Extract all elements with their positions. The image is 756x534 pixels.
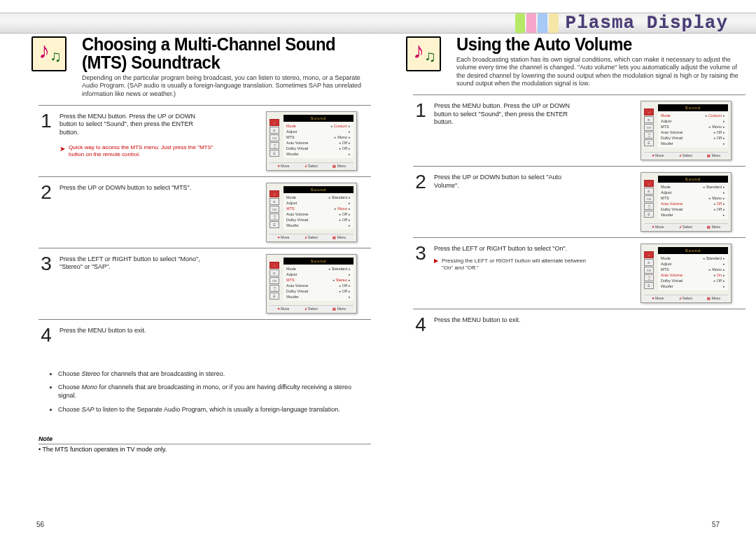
step-number: 4 [413,315,428,335]
step-row: 2 Press the UP or DOWN button to select … [38,176,371,248]
list-item: Choose Mono for channels that are broadc… [58,384,371,400]
bullet-icon: ▶ [434,258,438,265]
step-text: Press the MENU button to exit. [59,325,214,335]
step-number: 2 [38,183,54,202]
step-text: Press the MENU button. Press the UP or D… [434,101,588,127]
step-text: Press the UP or DOWN button to select "A… [434,172,588,190]
list-item: Choose SAP to listen to the Separate Aud… [58,406,371,414]
step-number: 3 [413,244,428,263]
osd-screenshot: ♪⚙CH⌚☰SoundMode◂Custom▸Adjust▸MTS◂Mono▸A… [640,101,732,160]
right-intro: Each broadcasting station has its own si… [456,56,743,87]
step-text: Press the LEFT or RIGHT button to select… [59,254,214,272]
brand-tiles [515,13,559,33]
step-row: 1 Press the MENU button. Press the UP or… [38,105,371,176]
osd-screenshot: ♪⚙CH⌚☰SoundMode◂Custom▸Adjust▸MTS◂Mono▸A… [266,111,357,171]
step-number: 4 [38,325,54,345]
step-number: 3 [38,254,54,274]
page-number-left: 56 [36,521,44,528]
page-left: ♪♫ Choosing a Multi-Channel Sound (MTS) … [31,35,378,511]
arrow-icon: ➤ [59,144,65,153]
step-row: 4 Press the MENU button to exit. [38,319,371,351]
right-title: Using the Auto Volume [456,35,722,53]
osd-screenshot: ♪⚙CH⌚☰SoundMode◂Standard▸Adjust▸MTS◂Mono… [640,172,732,232]
music-icon: ♪♫ [406,36,441,71]
step-number: 1 [38,111,54,131]
step-row: 1 Press the MENU button. Press the UP or… [413,94,746,166]
music-icon: ♪♫ [31,36,66,71]
left-intro: Depending on the particular program bein… [82,74,369,98]
sub-bullet: ▶ Pressing the LEFT or RIGHT button will… [434,258,588,272]
page-number-right: 57 [712,521,720,528]
note-block: Note • The MTS function operates in TV m… [38,435,371,453]
step-row: 3 Press the LEFT or RIGHT button to sele… [38,248,371,319]
list-item: Choose Stereo for channels that are broa… [58,370,371,379]
note-text: • The MTS function operates in TV mode o… [38,446,371,453]
quick-tip: ➤ Quick way to access the MTS menu: Just… [59,144,214,159]
left-steps: 1 Press the MENU button. Press the UP or… [38,105,371,351]
choices-list: Choose Stereo for channels that are broa… [38,370,371,414]
osd-screenshot: ♪⚙CH⌚☰SoundMode◂Standard▸Adjust▸MTS◂Mono… [266,183,357,242]
right-steps: 1 Press the MENU button. Press the UP or… [413,94,746,340]
step-number: 1 [413,101,428,120]
step-row: 2 Press the UP or DOWN button to select … [413,166,746,237]
osd-screenshot: ♪⚙CH⌚☰SoundMode◂Standard▸Adjust▸MTS◂Ster… [266,254,357,314]
left-title: Choosing a Multi-Channel Sound (MTS) Sou… [82,35,348,71]
step-text: Press the MENU button. Press the UP or D… [59,111,214,159]
step-number: 2 [413,172,428,192]
page-right: ♪♫ Using the Auto Volume Each broadcasti… [406,35,752,511]
step-text: Press the MENU button to exit. [434,315,588,325]
step-row: 3 Press the LEFT or RIGHT button to sele… [413,237,746,309]
osd-screenshot: ♪⚙CH⌚☰SoundMode◂Standard▸Adjust▸MTS◂Mono… [640,244,732,303]
brand-text: Plasma Display [566,13,728,34]
step-text: Press the UP or DOWN button to select "M… [59,183,214,192]
note-label: Note [38,435,371,444]
step-row: 4 Press the MENU button to exit. [413,309,746,340]
step-text: Press the LEFT or RIGHT button to select… [434,244,588,272]
